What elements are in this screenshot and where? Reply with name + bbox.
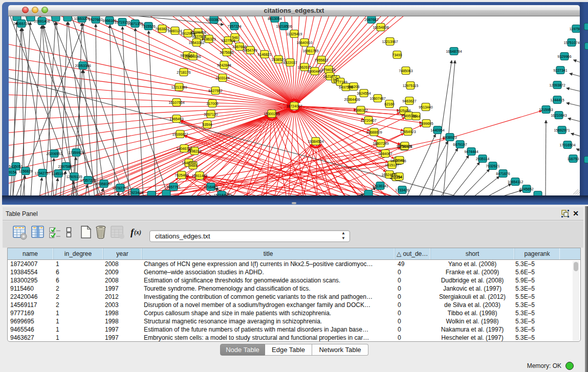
svg-text:20691406: 20691406 (34, 19, 50, 23)
svg-text:16782759: 16782759 (112, 186, 128, 190)
svg-text:24055724: 24055724 (13, 22, 29, 26)
svg-text:116753: 116753 (568, 157, 579, 161)
svg-text:15226058: 15226058 (190, 31, 206, 34)
svg-text:16961755: 16961755 (302, 49, 318, 53)
svg-text:3624554: 3624554 (357, 92, 371, 95)
svg-text:15720407: 15720407 (360, 119, 376, 122)
svg-text:7485063: 7485063 (399, 69, 412, 73)
svg-text:8471676: 8471676 (496, 172, 510, 176)
svg-text:14136141: 14136141 (372, 184, 388, 188)
svg-text:18300295: 18300295 (264, 112, 279, 116)
svg-text:3375685: 3375685 (220, 51, 233, 54)
svg-text:1527602: 1527602 (89, 18, 102, 21)
svg-text:1615137: 1615137 (385, 163, 399, 167)
svg-text:9329966: 9329966 (557, 55, 571, 58)
svg-text:10688609: 10688609 (366, 130, 382, 134)
svg-text:8322037: 8322037 (283, 61, 297, 64)
svg-text:11325419: 11325419 (287, 32, 302, 36)
svg-text:53594: 53594 (202, 123, 212, 126)
svg-text:9513440: 9513440 (419, 105, 432, 109)
svg-text:7955822: 7955822 (314, 58, 328, 62)
svg-text:546: 546 (232, 36, 238, 39)
svg-text:20053346: 20053346 (75, 64, 91, 68)
svg-text:7386322: 7386322 (354, 108, 367, 112)
svg-text:16671355: 16671355 (127, 22, 143, 26)
svg-text:16210643: 16210643 (551, 114, 567, 117)
svg-text:8427552: 8427552 (208, 89, 222, 93)
svg-text:7625402: 7625402 (175, 173, 188, 177)
svg-text:9327508: 9327508 (221, 39, 235, 42)
svg-text:16107554: 16107554 (168, 101, 184, 104)
svg-text:6679197: 6679197 (453, 143, 467, 146)
svg-text:7632621: 7632621 (486, 164, 499, 168)
svg-text:17654923: 17654923 (400, 130, 416, 134)
svg-text:18724007: 18724007 (286, 104, 302, 108)
svg-text:16648784: 16648784 (446, 50, 462, 53)
svg-text:7663822: 7663822 (155, 27, 169, 31)
svg-text:19166827: 19166827 (172, 133, 188, 136)
svg-text:19358157: 19358157 (96, 182, 112, 186)
svg-text:17016504: 17016504 (559, 143, 575, 147)
svg-text:15692971: 15692971 (554, 128, 570, 132)
svg-text:9227341: 9227341 (553, 69, 567, 72)
svg-text:12505135: 12505135 (66, 175, 82, 179)
svg-text:17359924: 17359924 (68, 151, 84, 155)
svg-text:15751074: 15751074 (563, 41, 579, 45)
svg-text:9474444: 9474444 (464, 150, 478, 154)
svg-text:8186323: 8186323 (202, 37, 215, 41)
svg-text:6794028: 6794028 (321, 68, 335, 72)
svg-text:254: 254 (396, 175, 402, 179)
svg-text:8454749: 8454749 (243, 49, 257, 52)
svg-text:19384554: 19384554 (308, 140, 323, 143)
svg-text:1025458: 1025458 (397, 109, 410, 113)
svg-text:9489: 9489 (189, 164, 197, 167)
svg-text:9657791: 9657791 (166, 185, 180, 189)
svg-text:8990448: 8990448 (308, 70, 321, 73)
svg-text:12975115: 12975115 (403, 84, 419, 87)
svg-text:7515526: 7515526 (141, 25, 155, 28)
svg-text:1244415: 1244415 (550, 98, 564, 102)
svg-text:10653226: 10653226 (74, 17, 90, 20)
svg-text:9777169: 9777169 (333, 80, 347, 84)
svg-text:9498222: 9498222 (187, 149, 201, 153)
svg-text:9242848: 9242848 (217, 63, 231, 67)
svg-text:39154: 39154 (9, 170, 17, 174)
svg-text:22420046: 22420046 (185, 55, 201, 58)
svg-text:3215953: 3215953 (539, 108, 553, 112)
svg-text:1156829: 1156829 (19, 169, 33, 173)
svg-text:8660124: 8660124 (168, 29, 182, 33)
svg-text:20206553: 20206553 (46, 152, 62, 156)
svg-text:3267130: 3267130 (204, 113, 217, 116)
svg-text:9146821: 9146821 (257, 53, 271, 56)
svg-text:19218506: 19218506 (276, 25, 292, 28)
svg-text:10607487: 10607487 (369, 97, 385, 100)
svg-text:18807249: 18807249 (373, 142, 388, 145)
svg-text:4644: 4644 (412, 115, 420, 118)
svg-text:12923448: 12923448 (127, 191, 143, 194)
svg-text:12213967: 12213967 (382, 40, 398, 43)
svg-text:15718485: 15718485 (213, 193, 229, 196)
svg-text:17357225: 17357225 (80, 179, 96, 182)
svg-text:2935114: 2935114 (476, 157, 490, 161)
svg-text:2087682: 2087682 (364, 18, 378, 21)
svg-text:16640910: 16640910 (296, 41, 312, 45)
svg-text:746206: 746206 (347, 85, 359, 89)
svg-text:1965493: 1965493 (169, 117, 183, 121)
svg-text:8813054: 8813054 (268, 17, 281, 20)
svg-text:1440954: 1440954 (430, 128, 444, 132)
svg-text:73493: 73493 (392, 53, 402, 57)
svg-text:2718176: 2718176 (177, 71, 190, 74)
svg-text:16911443: 16911443 (192, 174, 208, 178)
svg-text:16154838: 16154838 (373, 26, 388, 29)
svg-text:317006: 317006 (206, 102, 218, 105)
svg-text:8938923: 8938923 (443, 136, 456, 139)
svg-text:1362615: 1362615 (297, 65, 311, 69)
svg-text:(x): (x) (134, 229, 141, 236)
svg-text:9746: 9746 (396, 159, 404, 162)
svg-text:20364436: 20364436 (344, 98, 360, 101)
svg-text:10654112: 10654112 (508, 180, 524, 184)
svg-text:9084067: 9084067 (378, 152, 392, 156)
svg-text:2603144: 2603144 (215, 76, 229, 80)
svg-text:23975867: 23975867 (58, 165, 74, 168)
svg-text:8756928: 8756928 (398, 144, 411, 148)
